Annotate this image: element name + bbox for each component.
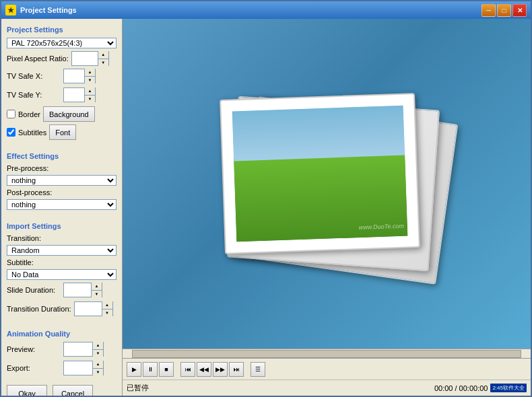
prev-button[interactable]: ⏮ — [180, 362, 195, 377]
tv-safe-y-down[interactable]: ▼ — [85, 96, 95, 103]
fast-forward-button[interactable]: ▶▶ — [213, 362, 228, 377]
time-display: 00:00 / 00:00:00 — [434, 384, 488, 392]
preprocess-label: Pre-process: — [7, 164, 117, 172]
transition-select[interactable]: Random Fade Slide None — [7, 245, 117, 256]
format-select[interactable]: PAL 720x576x25(4:3) NTSC 720x480x30(4:3)… — [7, 38, 117, 48]
pixel-aspect-arrows: ▲ ▼ — [98, 51, 108, 66]
tv-safe-x-down[interactable]: ▼ — [85, 77, 95, 84]
transition-duration-spinbox: 25 ▲ ▼ — [74, 301, 113, 316]
export-quality-down[interactable]: ▼ — [93, 369, 103, 376]
preview-quality-up[interactable]: ▲ — [93, 342, 103, 350]
preview-scrollbar[interactable] — [123, 349, 531, 358]
tv-safe-y-spinbox: 0 ▲ ▼ — [63, 87, 96, 102]
main-content: Project Settings PAL 720x576x25(4:3) NTS… — [1, 19, 531, 396]
subtitles-checkbox-row: Subtitles — [7, 128, 46, 137]
subtitles-label: Subtitles — [18, 129, 46, 137]
tv-safe-x-label: TV Safe X: — [7, 72, 61, 80]
pixel-aspect-row: Pixel Aspect Ratio: 16:15 ▲ ▼ — [7, 51, 117, 66]
export-quality-row: Export: 25 ▲ ▼ — [7, 361, 117, 375]
logo-badge: 2:45软件大全 — [490, 384, 527, 392]
slide-duration-label: Slide Duration: — [7, 286, 61, 294]
tv-safe-y-arrows: ▲ ▼ — [84, 87, 95, 102]
slide-duration-up[interactable]: ▲ — [92, 283, 102, 291]
transport-bar: ▶ ⏸ ■ ⏮ ◀◀ ▶▶ ⏭ ☰ — [123, 358, 531, 380]
slide-duration-spinbox: 100 ▲ ▼ — [63, 283, 102, 297]
tv-safe-x-row: TV Safe X: 0 ▲ ▼ — [7, 69, 117, 83]
transition-duration-input[interactable]: 25 — [75, 302, 102, 316]
tv-safe-y-input[interactable]: 0 — [64, 88, 84, 102]
title-buttons: ─ □ ✕ — [481, 4, 527, 17]
preview-quality-input[interactable]: -100 — [64, 342, 92, 356]
close-button[interactable]: ✕ — [512, 4, 527, 17]
preview-quality-arrows: ▲ ▼ — [92, 342, 103, 357]
export-quality-label: Export: — [7, 364, 61, 372]
scrollbar-track — [132, 350, 521, 358]
status-bar: 已暂停 00:00 / 00:00:00 2:45软件大全 — [123, 380, 531, 396]
menu-button[interactable]: ☰ — [251, 362, 265, 377]
okay-button[interactable]: Okay — [7, 385, 47, 396]
slide-duration-down[interactable]: ▼ — [92, 291, 102, 298]
preview-area: www.DuoTe.com — [123, 19, 531, 349]
export-quality-up[interactable]: ▲ — [93, 361, 103, 369]
transition-duration-label: Transition Duration: — [7, 305, 71, 313]
postprocess-select[interactable]: nothing blur sharpen — [7, 199, 117, 210]
cancel-button[interactable]: Cancel — [53, 385, 93, 396]
title-bar: ★ Project Settings ─ □ ✕ — [1, 1, 531, 19]
subtitle-select[interactable]: No Data Default Custom — [7, 269, 117, 280]
slide-duration-input[interactable]: 100 — [64, 283, 91, 297]
font-button[interactable]: Font — [49, 124, 76, 140]
main-window: ★ Project Settings ─ □ ✕ Project Setting… — [0, 0, 532, 397]
rewind-button[interactable]: ◀◀ — [197, 362, 211, 377]
next-button[interactable]: ⏭ — [229, 362, 244, 377]
tv-safe-y-row: TV Safe Y: 0 ▲ ▼ — [7, 87, 117, 102]
window-icon: ★ — [5, 5, 16, 15]
export-quality-input[interactable]: 25 — [64, 361, 92, 375]
pixel-aspect-down[interactable]: ▼ — [98, 59, 108, 67]
border-checkbox[interactable] — [7, 110, 15, 118]
transition-duration-down[interactable]: ▼ — [102, 310, 112, 317]
tv-safe-x-up[interactable]: ▲ — [85, 69, 95, 77]
pixel-aspect-spinbox: 16:15 ▲ ▼ — [71, 51, 109, 66]
minimize-button[interactable]: ─ — [481, 4, 496, 17]
left-panel: Project Settings PAL 720x576x25(4:3) NTS… — [1, 19, 123, 396]
transition-duration-row: Transition Duration: 25 ▲ ▼ — [7, 301, 117, 316]
border-background-row: Border Background — [7, 106, 117, 122]
pixel-aspect-input[interactable]: 16:15 — [72, 52, 98, 65]
import-settings-section-title: Import Settings — [7, 222, 117, 230]
photo-frame-front: www.DuoTe.com — [220, 93, 420, 254]
subtitles-font-row: Subtitles Font — [7, 124, 117, 140]
preprocess-select[interactable]: nothing blur sharpen — [7, 175, 117, 186]
preview-quality-spinbox: -100 ▲ ▼ — [63, 342, 104, 357]
sky-area — [232, 106, 405, 164]
frame-inner-image: www.DuoTe.com — [232, 106, 408, 242]
transition-duration-arrows: ▲ ▼ — [102, 301, 112, 316]
pixel-aspect-up[interactable]: ▲ — [98, 51, 108, 59]
transition-label: Transition: — [7, 234, 117, 242]
subtitles-checkbox[interactable] — [7, 128, 15, 137]
animation-quality-section-title: Animation Quality — [7, 330, 117, 338]
tv-safe-x-input[interactable]: 0 — [64, 69, 84, 83]
border-label: Border — [18, 110, 40, 118]
border-checkbox-row: Border — [7, 110, 40, 118]
export-quality-spinbox: 25 ▲ ▼ — [63, 361, 104, 375]
photo-stack: www.DuoTe.com — [219, 89, 434, 278]
transition-duration-up[interactable]: ▲ — [102, 301, 112, 310]
export-quality-arrows: ▲ ▼ — [92, 361, 103, 375]
pause-button[interactable]: ⏸ — [143, 362, 158, 377]
slide-duration-row: Slide Duration: 100 ▲ ▼ — [7, 283, 117, 297]
tv-safe-x-spinbox: 0 ▲ ▼ — [63, 69, 96, 83]
slide-duration-arrows: ▲ ▼ — [91, 283, 102, 297]
tv-safe-y-label: TV Safe Y: — [7, 91, 61, 99]
maximize-button[interactable]: □ — [497, 4, 511, 17]
status-text: 已暂停 — [127, 383, 149, 393]
background-button[interactable]: Background — [43, 106, 95, 122]
project-settings-section-title: Project Settings — [7, 26, 117, 34]
stop-button[interactable]: ■ — [159, 362, 174, 377]
effect-settings-section-title: Effect Settings — [7, 152, 117, 160]
play-button[interactable]: ▶ — [127, 362, 141, 377]
preview-quality-down[interactable]: ▼ — [93, 350, 103, 357]
preview-quality-label: Preview: — [7, 345, 61, 353]
tv-safe-x-arrows: ▲ ▼ — [84, 69, 95, 83]
right-panel: www.DuoTe.com ▶ ⏸ ■ ⏮ ◀◀ ▶▶ ⏭ ☰ — [123, 19, 531, 396]
tv-safe-y-up[interactable]: ▲ — [85, 87, 95, 96]
